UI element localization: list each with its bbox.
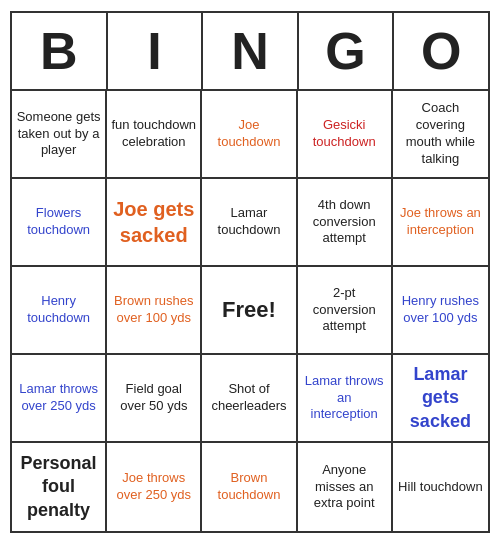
bingo-cell-6: Joe gets sacked — [107, 179, 202, 267]
bingo-cell-1: fun touchdown celebration — [107, 91, 202, 179]
bingo-header: BINGO — [12, 13, 488, 91]
bingo-letter-n: N — [203, 13, 299, 91]
bingo-cell-4: Coach covering mouth while talking — [393, 91, 488, 179]
bingo-letter-i: I — [108, 13, 204, 91]
bingo-cell-8: 4th down conversion attempt — [298, 179, 393, 267]
bingo-cell-18: Lamar throws an interception — [298, 355, 393, 443]
bingo-cell-12: Free! — [202, 267, 297, 355]
bingo-cell-16: Field goal over 50 yds — [107, 355, 202, 443]
bingo-cell-23: Anyone misses an extra point — [298, 443, 393, 531]
bingo-letter-g: G — [299, 13, 395, 91]
bingo-cell-19: Lamar gets sacked — [393, 355, 488, 443]
bingo-cell-13: 2-pt conversion attempt — [298, 267, 393, 355]
bingo-cell-7: Lamar touchdown — [202, 179, 297, 267]
bingo-card: BINGO Someone gets taken out by a player… — [10, 11, 490, 533]
bingo-cell-2: Joe touchdown — [202, 91, 297, 179]
bingo-grid: Someone gets taken out by a playerfun to… — [12, 91, 488, 531]
bingo-cell-14: Henry rushes over 100 yds — [393, 267, 488, 355]
bingo-cell-24: Hill touchdown — [393, 443, 488, 531]
bingo-cell-21: Joe throws over 250 yds — [107, 443, 202, 531]
bingo-cell-9: Joe throws an interception — [393, 179, 488, 267]
bingo-cell-22: Brown touchdown — [202, 443, 297, 531]
bingo-cell-17: Shot of cheerleaders — [202, 355, 297, 443]
bingo-cell-20: Personal foul penalty — [12, 443, 107, 531]
bingo-cell-3: Gesicki touchdown — [298, 91, 393, 179]
bingo-cell-5: Flowers touchdown — [12, 179, 107, 267]
bingo-cell-10: Henry touchdown — [12, 267, 107, 355]
bingo-cell-15: Lamar throws over 250 yds — [12, 355, 107, 443]
bingo-cell-11: Brown rushes over 100 yds — [107, 267, 202, 355]
bingo-letter-o: O — [394, 13, 488, 91]
bingo-cell-0: Someone gets taken out by a player — [12, 91, 107, 179]
bingo-letter-b: B — [12, 13, 108, 91]
